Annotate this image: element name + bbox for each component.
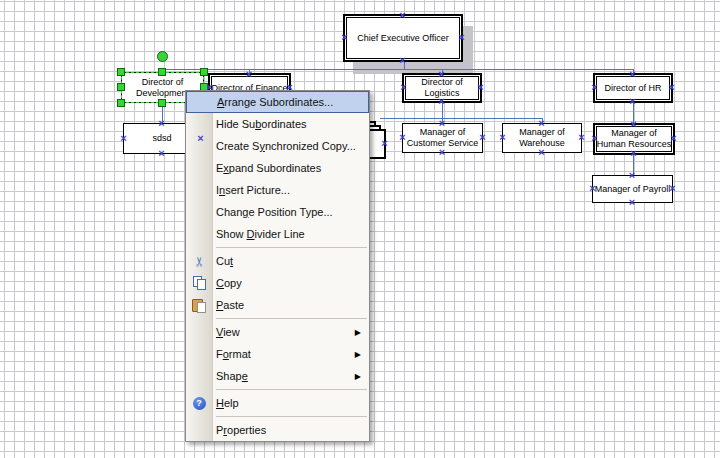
menu-item-expand-subordinates[interactable]: Expand Subordinates bbox=[186, 157, 369, 179]
org-box-manager-of-customer-service[interactable]: Manager of Customer Service bbox=[402, 123, 483, 153]
org-box-label: Manager of Customer Service bbox=[403, 127, 482, 149]
submenu-arrow-icon bbox=[355, 350, 369, 359]
menu-item-label: Paste bbox=[212, 299, 244, 311]
org-box-label: Chief Executive Officer bbox=[356, 33, 449, 44]
selection-handle[interactable] bbox=[158, 68, 166, 76]
connection-point-icon bbox=[537, 148, 546, 157]
menu-item-label: Properties bbox=[212, 424, 266, 436]
org-box-label: Director of HR bbox=[603, 83, 662, 94]
context-menu: Arrange Subordinates... Hide Subordinate… bbox=[185, 90, 370, 442]
submenu-arrow-icon bbox=[355, 328, 369, 337]
menu-item-label: Hide Subordinates bbox=[212, 118, 307, 130]
scissors-icon bbox=[186, 255, 212, 268]
org-box-label: sdsd bbox=[151, 133, 172, 144]
menu-item-cut[interactable]: Cut bbox=[186, 250, 369, 272]
org-box-label: Manager of Payroll bbox=[594, 184, 672, 195]
connection-point-icon bbox=[119, 134, 128, 143]
rotation-handle-icon[interactable] bbox=[157, 51, 168, 62]
selection-handle[interactable] bbox=[117, 99, 125, 107]
connection-point-icon bbox=[438, 148, 447, 157]
org-box-label: Director of Logistics bbox=[404, 77, 480, 99]
org-box-manager-of-human-resources[interactable]: Manager of Human Resources bbox=[593, 123, 675, 155]
menu-item-paste[interactable]: Paste bbox=[186, 294, 369, 316]
menu-item-insert-picture[interactable]: Insert Picture... bbox=[186, 179, 369, 201]
menu-item-label: Create Synchronized Copy... bbox=[212, 140, 356, 152]
connector-line[interactable] bbox=[380, 118, 542, 119]
menu-item-change-position-type[interactable]: Change Position Type... bbox=[186, 201, 369, 223]
menu-item-label: Arrange Subordinates... bbox=[213, 96, 333, 108]
connection-point-icon bbox=[667, 83, 676, 92]
org-box-director-of-hr[interactable]: Director of HR bbox=[593, 73, 673, 103]
menu-item-copy[interactable]: Copy bbox=[186, 272, 369, 294]
menu-item-format[interactable]: Format bbox=[186, 343, 369, 365]
menu-item-label: Show Divider Line bbox=[212, 228, 305, 240]
connector-line[interactable] bbox=[404, 62, 405, 69]
connection-point-icon bbox=[157, 149, 166, 158]
help-icon bbox=[186, 397, 212, 410]
menu-item-properties[interactable]: Properties bbox=[186, 419, 369, 441]
menu-item-label: Help bbox=[212, 397, 239, 409]
selection-handle[interactable] bbox=[158, 99, 166, 107]
drawing-canvas[interactable]: Chief Executive Officer Director of Deve… bbox=[0, 0, 720, 458]
selection-handle[interactable] bbox=[200, 68, 208, 76]
submenu-arrow-icon bbox=[355, 372, 369, 381]
org-box-label: Manager of Human Resources bbox=[595, 128, 673, 150]
menu-item-arrange-subordinates[interactable]: Arrange Subordinates... bbox=[186, 91, 369, 113]
selection-handle[interactable] bbox=[117, 83, 125, 91]
menu-item-label: Cut bbox=[212, 255, 233, 267]
menu-item-label: Expand Subordinates bbox=[212, 162, 321, 174]
menu-item-show-divider-line[interactable]: Show Divider Line bbox=[186, 223, 369, 245]
connector-line[interactable] bbox=[633, 155, 634, 175]
connection-point-icon bbox=[590, 83, 599, 92]
menu-item-label: Shape bbox=[212, 370, 248, 382]
connection-point-icon bbox=[628, 198, 637, 207]
menu-item-view[interactable]: View bbox=[186, 321, 369, 343]
selection-handle[interactable] bbox=[117, 68, 125, 76]
menu-item-hide-subordinates[interactable]: Hide Subordinates bbox=[186, 113, 369, 135]
connector-line[interactable] bbox=[442, 103, 443, 118]
org-box-label: Manager of Warehouse bbox=[503, 127, 581, 149]
menu-item-create-synchronized-copy[interactable]: Create Synchronized Copy... bbox=[186, 135, 369, 157]
menu-item-label: View bbox=[212, 326, 240, 338]
connection-point-icon bbox=[380, 139, 389, 148]
connection-point-icon bbox=[340, 33, 349, 42]
connection-point-icon bbox=[628, 171, 637, 180]
connector-line[interactable] bbox=[162, 69, 633, 70]
menu-item-label: Insert Picture... bbox=[212, 184, 290, 196]
copy-pages-icon bbox=[186, 276, 212, 290]
menu-item-shape[interactable]: Shape bbox=[186, 365, 369, 387]
menu-item-label: Change Position Type... bbox=[212, 206, 333, 218]
org-box-director-of-logistics[interactable]: Director of Logistics bbox=[402, 73, 482, 103]
connection-point-icon bbox=[398, 11, 407, 20]
clipboard-icon bbox=[186, 298, 212, 312]
menu-item-label: Copy bbox=[212, 277, 242, 289]
connector-line[interactable] bbox=[633, 103, 634, 123]
org-box-manager-of-payroll[interactable]: Manager of Payroll bbox=[592, 175, 673, 203]
org-box-manager-of-warehouse[interactable]: Manager of Warehouse bbox=[502, 123, 582, 153]
menu-item-label: Format bbox=[212, 348, 251, 360]
menu-item-help[interactable]: Help bbox=[186, 392, 369, 414]
org-box-chief-executive-officer[interactable]: Chief Executive Officer bbox=[343, 14, 463, 62]
